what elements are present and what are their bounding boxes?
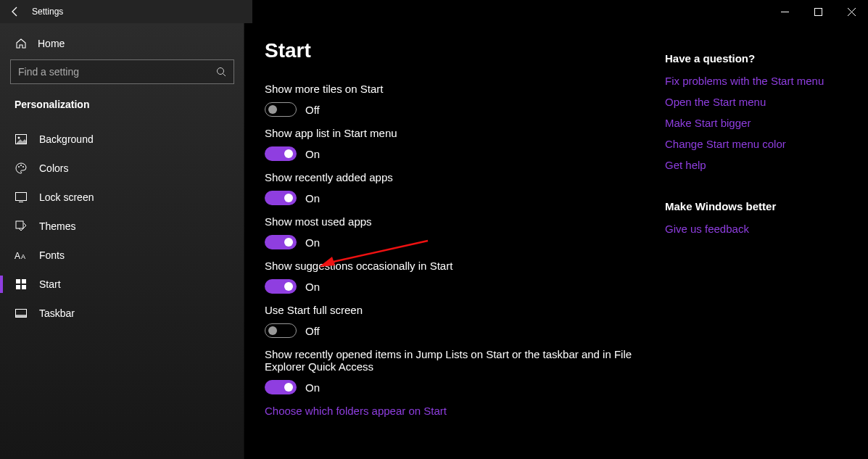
svg-rect-11 [16,221,23,228]
start-icon [15,279,28,289]
minimize-button[interactable] [768,0,801,23]
choose-folders-link[interactable]: Choose which folders appear on Start [265,405,447,417]
svg-rect-14 [16,279,20,284]
search-input[interactable] [18,66,216,78]
sidebar-item-label: Themes [39,220,76,232]
sidebar-item-colors[interactable]: Colors [10,154,234,183]
home-nav[interactable]: Home [10,30,234,59]
sidebar-item-background[interactable]: Background [10,125,234,154]
home-icon [15,38,28,49]
toggle-state-text: On [305,281,320,293]
search-box[interactable] [10,59,234,84]
back-button[interactable] [0,0,30,23]
section-header: Personalization [10,99,234,125]
sidebar-item-themes[interactable]: Themes [10,212,234,241]
sidebar-item-label: Start [39,278,61,290]
sidebar-item-label: Lock screen [39,191,94,203]
close-button[interactable] [835,0,868,23]
toggle-state-text: Off [305,325,320,337]
window-title: Settings [32,7,63,17]
help-link[interactable]: Change Start menu color [665,138,853,150]
maximize-icon [814,8,822,16]
svg-rect-15 [22,279,26,284]
sidebar-item-label: Taskbar [39,307,75,319]
sidebar-item-label: Background [39,133,94,145]
help-link[interactable]: Make Start bigger [665,117,853,129]
setting-label: Use Start full screen [265,304,645,316]
svg-rect-17 [22,285,26,289]
setting-label: Show recently opened items in Jump Lists… [265,348,645,373]
toggle-0[interactable] [265,102,297,117]
page-title: Start [265,39,645,62]
svg-point-7 [20,165,22,166]
arrow-left-icon [9,6,21,17]
svg-rect-1 [814,8,822,15]
svg-line-3 [223,74,226,77]
help-link[interactable]: Fix problems with the Start menu [665,75,853,87]
sidebar-item-label: Fonts [39,249,65,261]
sidebar-item-label: Colors [39,162,68,174]
svg-text:A: A [15,251,20,260]
setting-label: Show most used apps [265,215,645,228]
aside-question-header: Have a question? [665,52,853,65]
palette-icon [15,162,28,174]
svg-text:A: A [21,253,25,260]
toggle-state-text: On [305,192,320,204]
setting-label: Show more tiles on Start [265,83,645,95]
svg-point-8 [22,166,24,168]
sidebar-item-start[interactable]: Start [10,270,234,299]
svg-point-6 [18,166,20,168]
toggle-5[interactable] [265,323,297,338]
lockscreen-icon [15,192,28,202]
search-icon [216,67,226,77]
maximize-button[interactable] [801,0,835,23]
help-link[interactable]: Get help [665,159,853,171]
toggle-state-text: On [305,381,320,394]
toggle-state-text: On [305,148,320,160]
image-icon [15,134,28,144]
svg-rect-16 [16,285,20,289]
toggle-state-text: On [305,236,320,249]
sidebar-item-fonts[interactable]: AAFonts [10,241,234,270]
toggle-2[interactable] [265,191,297,205]
help-link[interactable]: Open the Start menu [665,96,853,108]
give-feedback-link[interactable]: Give us feedback [665,223,853,235]
svg-rect-9 [16,193,27,201]
home-label: Home [38,38,65,49]
aside-feedback-header: Make Windows better [665,200,853,212]
themes-icon [15,220,28,232]
setting-label: Show app list in Start menu [265,127,645,139]
minimize-icon [781,8,789,16]
fonts-icon: AA [15,250,28,260]
sidebar-item-taskbar[interactable]: Taskbar [10,299,234,328]
toggle-state-text: Off [305,104,320,116]
toggle-4[interactable] [265,279,297,294]
toggle-1[interactable] [265,146,297,161]
toggle-6[interactable] [265,380,297,394]
svg-rect-19 [16,315,27,318]
close-icon [848,8,856,16]
svg-point-2 [218,68,224,75]
sidebar-item-lock-screen[interactable]: Lock screen [10,183,234,212]
taskbar-icon [15,309,28,318]
toggle-3[interactable] [265,235,297,249]
setting-label: Show recently added apps [265,171,645,183]
setting-label: Show suggestions occasionally in Start [265,260,645,272]
svg-point-5 [18,137,20,139]
